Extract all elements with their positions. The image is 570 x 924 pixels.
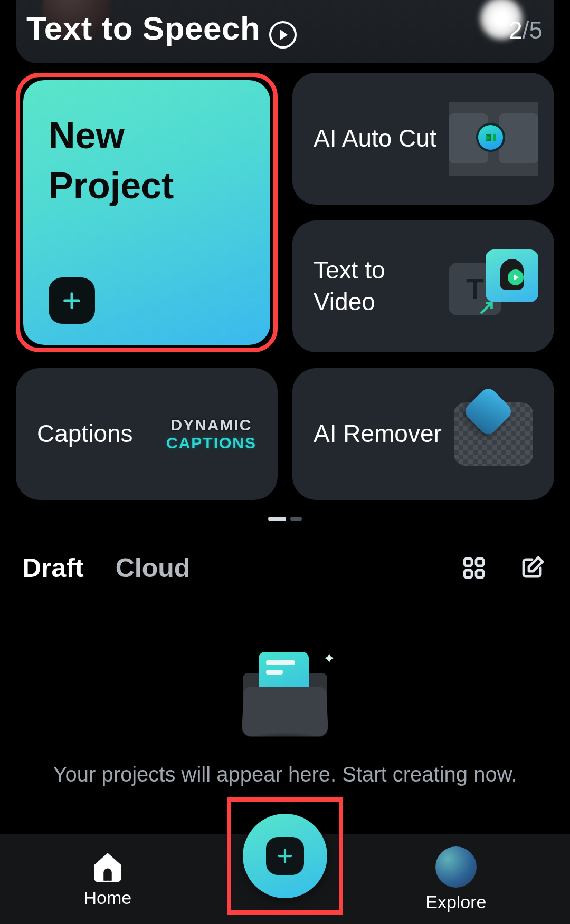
counter-current: 2 [509, 16, 522, 44]
tab-cloud[interactable]: Cloud [116, 553, 191, 583]
card-label: Captions [37, 418, 133, 450]
grid-view-icon[interactable] [458, 555, 490, 581]
card-label: Text to Video [314, 255, 445, 318]
text-to-video-icon: T↗ [449, 249, 538, 323]
create-fab[interactable] [243, 814, 327, 898]
text-to-video-button[interactable]: Text to Video T↗ [292, 220, 554, 352]
captions-button[interactable]: Captions DYNAMIC CAPTIONS [16, 368, 278, 500]
ai-remover-icon [449, 397, 538, 471]
ai-auto-cut-button[interactable]: AI Auto Cut [292, 73, 554, 205]
svg-rect-1 [476, 559, 483, 566]
feature-grid: New Project AI Auto Cut Text to Video T↗… [16, 73, 554, 500]
ai-auto-cut-icon [449, 102, 538, 176]
banner-title: Text to Speech [26, 9, 260, 47]
plus-icon [49, 277, 95, 324]
new-project-highlight: New Project [16, 73, 278, 352]
explore-icon [435, 846, 477, 888]
empty-message: Your projects will appear here. Start cr… [0, 763, 570, 786]
page-dot [290, 517, 302, 521]
edit-icon[interactable] [516, 555, 548, 581]
svg-rect-0 [464, 559, 472, 566]
home-icon [91, 851, 124, 883]
counter-total: /5 [522, 16, 543, 44]
svg-rect-2 [464, 570, 472, 578]
new-project-button[interactable]: New Project [23, 80, 270, 345]
page-dot-active [268, 517, 286, 521]
empty-folder-icon: ✦ [243, 652, 327, 742]
nav-label: Explore [425, 892, 486, 912]
promo-banner[interactable]: Text to Speech 2/5 [16, 0, 554, 63]
new-project-label: New Project [49, 111, 245, 210]
project-tabs: Draft Cloud [22, 553, 548, 583]
nav-label: Home [84, 888, 132, 908]
page-indicator [267, 517, 303, 521]
ai-remover-button[interactable]: AI Remover [292, 368, 554, 500]
arrow-right-circle-icon[interactable] [269, 21, 297, 49]
tab-draft[interactable]: Draft [22, 553, 84, 583]
nav-home[interactable]: Home [84, 851, 132, 908]
captions-icon: DYNAMIC CAPTIONS [166, 416, 256, 452]
nav-explore[interactable]: Explore [425, 846, 486, 912]
svg-rect-3 [476, 570, 483, 578]
plus-icon [266, 837, 304, 875]
card-label: AI Auto Cut [314, 123, 436, 155]
card-label: AI Remover [314, 418, 442, 450]
banner-counter: 2/5 [509, 16, 543, 44]
empty-state: ✦ Your projects will appear here. Start … [0, 652, 570, 786]
create-fab-highlight [227, 797, 343, 915]
